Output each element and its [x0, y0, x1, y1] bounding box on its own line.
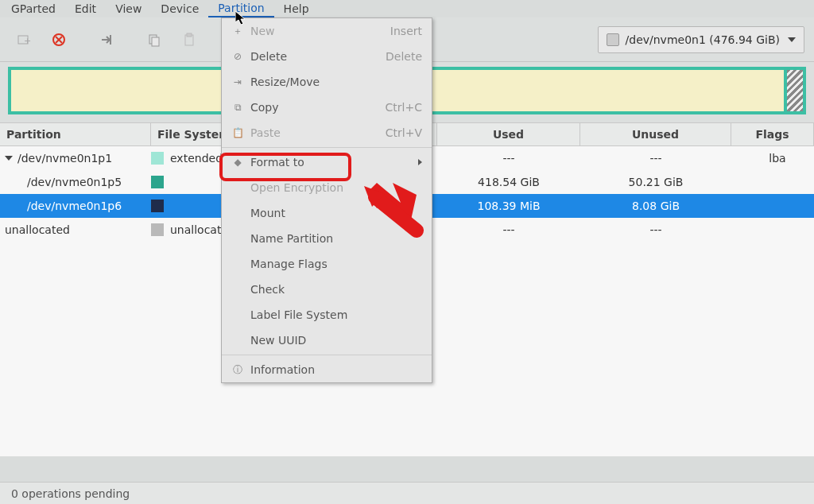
new-partition-icon[interactable]: + — [10, 25, 38, 54]
menu-accel: Ctrl+C — [386, 101, 422, 114]
used-cell: 418.54 GiB — [437, 176, 580, 188]
unused-cell: 50.21 GiB — [580, 176, 731, 188]
info-icon: ⓘ — [231, 363, 244, 376]
blank-icon — [231, 207, 244, 219]
submenu-arrow-icon — [418, 159, 422, 165]
menu-item-label: New — [250, 25, 275, 37]
menu-item-copy[interactable]: ⧉CopyCtrl+C — [222, 95, 432, 120]
menu-item-name-partition[interactable]: Name Partition — [222, 226, 432, 251]
menu-item-paste: 📋PasteCtrl+V — [222, 120, 432, 145]
fs-label: extended — [170, 152, 223, 165]
device-selector[interactable]: /dev/nvme0n1 (476.94 GiB) — [598, 26, 804, 53]
menu-accel: Delete — [386, 50, 422, 63]
blank-icon — [231, 283, 244, 296]
menu-edit[interactable]: Edit — [65, 1, 106, 17]
blank-icon — [231, 232, 244, 245]
menu-item-mount[interactable]: Mount — [222, 200, 432, 226]
partition-menu[interactable]: ＋NewInsert⊘DeleteDelete⇥Resize/Move⧉Copy… — [221, 17, 432, 383]
svg-rect-9 — [187, 33, 192, 37]
menu-gparted[interactable]: GParted — [2, 1, 65, 17]
partition-name: /dev/nvme0n1p5 — [27, 176, 122, 188]
menu-item-check[interactable]: Check — [222, 277, 432, 302]
svg-rect-7 — [152, 37, 159, 46]
unused-cell: --- — [580, 223, 731, 236]
device-label: /dev/nvme0n1 (476.94 GiB) — [626, 33, 780, 46]
delete-icon[interactable] — [45, 25, 73, 54]
format-icon: ◆ — [231, 156, 244, 169]
menu-accel: Insert — [390, 25, 422, 37]
unused-cell: --- — [580, 152, 731, 165]
menu-item-delete[interactable]: ⊘DeleteDelete — [222, 44, 432, 69]
menu-device[interactable]: Device — [151, 1, 208, 17]
menu-item-resize-move[interactable]: ⇥Resize/Move — [222, 69, 432, 95]
used-cell: --- — [437, 152, 580, 165]
menu-item-new-uuid[interactable]: New UUID — [222, 328, 432, 353]
menu-item-label: New UUID — [250, 334, 306, 347]
menu-item-new: ＋NewInsert — [222, 18, 432, 44]
flags-cell: lba — [731, 152, 814, 165]
menu-item-label: Paste — [250, 126, 281, 139]
plus-icon: ＋ — [231, 25, 244, 37]
partition-name: /dev/nvme0n1p1 — [17, 152, 112, 165]
svg-text:+: + — [24, 36, 31, 46]
fs-swatch — [151, 223, 164, 236]
fs-swatch — [151, 152, 164, 165]
copy-icon: ⧉ — [231, 101, 244, 114]
partition-name: /dev/nvme0n1p6 — [27, 200, 122, 212]
used-cell: --- — [437, 223, 580, 236]
menu-item-label: Resize/Move — [250, 76, 320, 88]
resize-icon[interactable] — [92, 25, 121, 54]
col-used[interactable]: Used — [437, 123, 580, 145]
menu-item-label: Open Encryption — [250, 181, 343, 194]
menu-item-open-encryption: Open Encryption — [222, 175, 432, 200]
menu-item-label: Mount — [250, 207, 285, 219]
menu-item-label: Manage Flags — [250, 258, 328, 270]
col-flags[interactable]: Flags — [731, 123, 814, 145]
menu-item-label: Label File System — [250, 308, 347, 321]
paste-icon: 📋 — [231, 126, 244, 139]
menu-item-information[interactable]: ⓘInformation — [222, 357, 432, 382]
status-text: 0 operations pending — [11, 487, 130, 500]
delete-icon: ⊘ — [231, 50, 244, 63]
menu-item-label: Name Partition — [250, 232, 333, 245]
resize-icon: ⇥ — [231, 76, 244, 88]
unallocated-segment[interactable] — [784, 67, 806, 114]
chevron-down-icon — [788, 37, 796, 42]
fs-swatch — [151, 176, 164, 188]
col-unused[interactable]: Unused — [580, 123, 731, 145]
blank-icon — [231, 308, 244, 321]
menu-accel: Ctrl+V — [386, 126, 422, 139]
partition-name: unallocated — [5, 223, 70, 236]
caret-down-icon[interactable] — [5, 156, 13, 161]
col-partition[interactable]: Partition — [0, 123, 151, 145]
menu-item-manage-flags[interactable]: Manage Flags — [222, 251, 432, 277]
disk-icon — [607, 33, 619, 46]
menu-item-label: Check — [250, 283, 285, 296]
menu-item-label-file-system[interactable]: Label File System — [222, 302, 432, 328]
blank-icon — [231, 181, 244, 194]
paste-icon[interactable] — [175, 25, 204, 54]
menu-item-format-to[interactable]: ◆Format to — [222, 149, 432, 175]
menu-item-label: Delete — [250, 50, 287, 63]
unused-cell: 8.08 GiB — [580, 200, 731, 212]
used-cell: 108.39 MiB — [437, 200, 580, 212]
menu-view[interactable]: View — [106, 1, 151, 17]
menu-item-label: Copy — [250, 101, 279, 114]
menubar[interactable]: GParted Edit View Device Partition Help — [0, 0, 814, 17]
status-bar: 0 operations pending — [0, 482, 814, 504]
menu-help[interactable]: Help — [274, 1, 319, 17]
blank-icon — [231, 334, 244, 347]
menu-item-label: Format to — [250, 156, 304, 169]
menu-partition[interactable]: Partition — [208, 0, 273, 17]
blank-icon — [231, 258, 244, 270]
fs-swatch — [151, 200, 164, 212]
menu-item-label: Information — [250, 363, 315, 376]
copy-icon[interactable] — [140, 25, 169, 54]
